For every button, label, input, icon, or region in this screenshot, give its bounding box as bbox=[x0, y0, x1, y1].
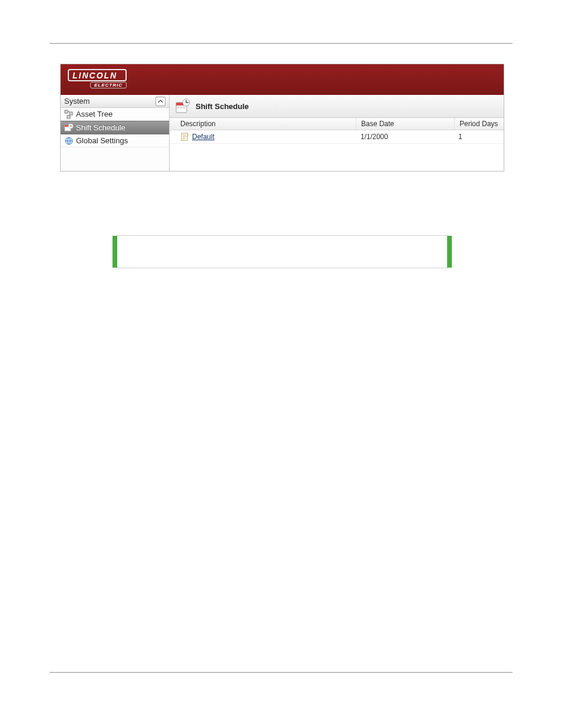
col-header-period-days[interactable]: Period Days bbox=[454, 118, 504, 130]
main-panel: Shift Schedule Description Base Date Per… bbox=[170, 95, 504, 171]
brand-logo-sub: ELECTRIC bbox=[90, 82, 127, 88]
svg-rect-11 bbox=[183, 107, 185, 108]
page-title: Shift Schedule bbox=[196, 102, 249, 111]
sidebar-item-shift-schedule[interactable]: Shift Schedule bbox=[61, 121, 169, 134]
app-header: LINCOLN ELECTRIC bbox=[61, 64, 504, 95]
sidebar-section-header[interactable]: System bbox=[61, 95, 169, 108]
svg-rect-1 bbox=[70, 112, 72, 115]
sidebar: System Asset Tree bbox=[61, 95, 170, 171]
svg-rect-9 bbox=[177, 107, 179, 108]
globe-icon bbox=[64, 136, 74, 146]
col-header-base-date[interactable]: Base Date bbox=[356, 118, 454, 130]
calendar-clock-icon bbox=[174, 98, 191, 114]
table-header-row: Description Base Date Period Days bbox=[170, 118, 504, 130]
calendar-clock-icon bbox=[64, 123, 74, 133]
row-period-days: 1 bbox=[454, 133, 504, 141]
sidebar-item-global-settings[interactable]: Global Settings bbox=[61, 134, 169, 147]
app-window: LINCOLN ELECTRIC System bbox=[60, 64, 504, 172]
page-divider-bottom bbox=[49, 672, 513, 673]
brand-logo: LINCOLN ELECTRIC bbox=[68, 69, 127, 91]
col-header-description[interactable]: Description bbox=[170, 118, 356, 130]
brand-logo-top: LINCOLN bbox=[68, 69, 127, 81]
schedule-row-icon bbox=[180, 132, 190, 141]
svg-rect-10 bbox=[180, 107, 182, 108]
main-titlebar: Shift Schedule bbox=[170, 95, 504, 118]
table-row[interactable]: Default 1/1/2000 1 bbox=[170, 130, 504, 144]
callout-box bbox=[117, 235, 448, 268]
sidebar-section-label: System bbox=[64, 95, 90, 107]
row-base-date: 1/1/2000 bbox=[356, 133, 454, 141]
sidebar-item-label: Shift Schedule bbox=[76, 121, 125, 134]
row-description-link[interactable]: Default bbox=[192, 133, 214, 141]
svg-rect-0 bbox=[65, 110, 68, 113]
chevron-up-icon[interactable] bbox=[156, 97, 166, 106]
svg-rect-2 bbox=[67, 116, 70, 118]
sidebar-item-asset-tree[interactable]: Asset Tree bbox=[61, 108, 169, 121]
page-divider-top bbox=[49, 43, 513, 44]
asset-tree-icon bbox=[64, 110, 74, 119]
sidebar-item-label: Asset Tree bbox=[76, 108, 113, 120]
sidebar-item-label: Global Settings bbox=[76, 134, 128, 147]
